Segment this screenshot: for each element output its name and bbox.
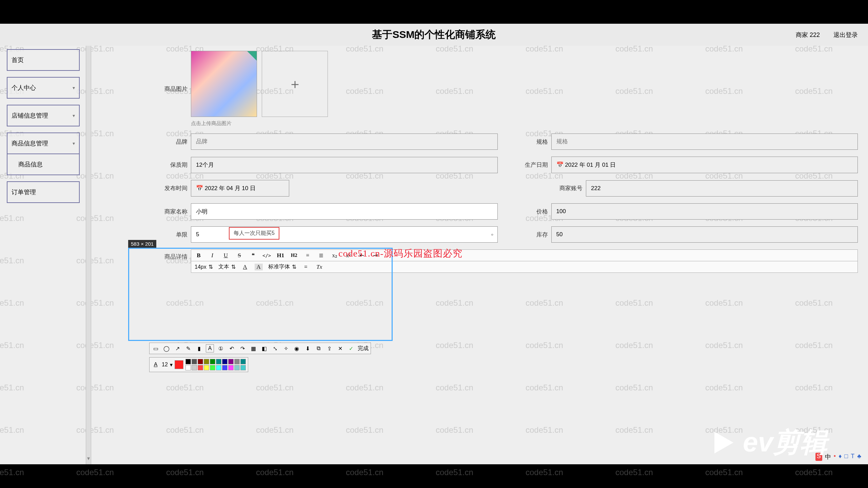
sidebar-item-profile[interactable]: 个人中心▾ (7, 77, 80, 99)
product-thumbnail[interactable] (191, 51, 257, 117)
watermark-text: code51.cn (76, 468, 114, 477)
sidebar: 首页 个人中心▾ 店铺信息管理▾ 商品信息管理▾ 商品信息 订单管理 (0, 46, 86, 464)
anno-text-button[interactable]: A (206, 344, 214, 352)
app-header: 基于SSM的个性化商铺系统 商家 222 退出登录 (0, 24, 868, 46)
color-swatch[interactable] (204, 365, 209, 370)
merchant-name-input[interactable] (191, 203, 498, 220)
color-fontsize-select[interactable]: 12 ▾ (162, 362, 173, 368)
screenshot-selection-box[interactable] (128, 248, 393, 341)
anno-highlight-button[interactable]: ◧ (260, 344, 268, 352)
spec-input[interactable] (551, 134, 858, 150)
anno-record-button[interactable]: ◉ (293, 344, 301, 352)
tray-item[interactable]: □ (844, 453, 848, 461)
stock-label: 库存 (518, 231, 551, 239)
calendar-icon: 📅 (556, 162, 564, 168)
color-swatch[interactable] (185, 359, 191, 364)
prod-date-label: 生产日期 (518, 161, 551, 169)
sidebar-item-product-mgmt[interactable]: 商品信息管理▾ (7, 133, 80, 154)
anno-done-label[interactable]: 完成 (358, 345, 369, 352)
price-input[interactable] (551, 203, 858, 220)
anno-download-button[interactable]: ⬇ (303, 344, 312, 352)
anno-crop-button[interactable]: ⤡ (271, 344, 279, 352)
watermark-text: code51.cn (795, 468, 833, 477)
tray-item[interactable]: • (834, 453, 836, 461)
spec-label: 规格 (518, 138, 551, 146)
anno-pencil-button[interactable]: ✎ (184, 344, 192, 352)
color-swatch[interactable] (228, 359, 234, 364)
anno-pin-button[interactable]: ✧ (282, 344, 290, 352)
anno-close-button[interactable]: ✕ (336, 344, 344, 352)
watermark-text: code51.cn (0, 468, 24, 477)
chevron-down-icon: ▾ (73, 141, 75, 146)
color-swatch[interactable] (222, 365, 228, 370)
price-label: 价格 (518, 208, 551, 216)
sidebar-item-product-info[interactable]: 商品信息 (7, 154, 80, 175)
color-swatch[interactable] (216, 359, 221, 364)
color-swatch[interactable] (222, 359, 228, 364)
chevron-down-icon: ▾ (73, 85, 75, 90)
page-title: 基于SSM的个性化商铺系统 (372, 28, 496, 42)
color-swatch[interactable] (192, 359, 197, 364)
stock-input[interactable] (551, 226, 858, 243)
watermark-text: code51.cn (526, 468, 563, 477)
publish-label: 发布时间 (158, 184, 191, 192)
anno-share-button[interactable]: ⇪ (325, 344, 333, 352)
stepper-icon[interactable]: ⚬ (490, 231, 494, 238)
tray-item[interactable]: T (851, 453, 854, 461)
play-icon (709, 429, 736, 456)
anno-undo-button[interactable]: ↶ (228, 344, 236, 352)
calendar-icon: 📅 (196, 185, 203, 191)
anno-confirm-button[interactable]: ✓ (347, 344, 355, 352)
watermark-text: code51.cn (705, 468, 743, 477)
anno-counter-button[interactable]: ① (217, 344, 225, 352)
annotation-toolbar: ▭ ◯ ↗ ✎ ▮ A ① ↶ ↷ ▦ ◧ ⤡ ✧ ◉ ⬇ ⧉ ⇪ ✕ ✓ 完成 (149, 343, 371, 354)
tray-item[interactable]: ♣ (857, 453, 861, 461)
anno-marker-button[interactable]: ▮ (195, 344, 203, 352)
anno-arrow-button[interactable]: ↗ (173, 344, 181, 352)
merchant-info[interactable]: 商家 222 (796, 31, 820, 39)
color-swatch[interactable] (234, 365, 240, 370)
color-swatch[interactable] (234, 359, 240, 364)
prod-date-input[interactable]: 📅 2022 年 01 月 01 日 (551, 157, 858, 173)
watermark-text: code51.cn (166, 468, 204, 477)
sidebar-item-orders[interactable]: 订单管理 (7, 181, 80, 203)
shelf-life-label: 保质期 (158, 161, 191, 169)
watermark-red: code51.cn-源码乐园盗图必究 (338, 247, 462, 260)
color-selected-swatch[interactable] (175, 360, 183, 369)
anno-redo-button[interactable]: ↷ (238, 344, 246, 352)
limit-tooltip: 每人一次只能买5 (229, 227, 279, 240)
color-toolbar: A 12 ▾ (149, 357, 248, 372)
sidebar-item-shop-info[interactable]: 店铺信息管理▾ (7, 105, 80, 126)
merchant-account-input[interactable] (586, 180, 858, 197)
color-swatch[interactable] (210, 365, 215, 370)
color-swatch[interactable] (240, 359, 246, 364)
anno-rect-button[interactable]: ▭ (152, 344, 160, 352)
color-swatch[interactable] (228, 365, 234, 370)
color-swatch[interactable] (185, 365, 191, 370)
merchant-name-label: 商家名称 (158, 208, 191, 216)
logout-link[interactable]: 退出登录 (833, 31, 858, 39)
brand-input[interactable] (191, 134, 498, 150)
anno-copy-button[interactable]: ⧉ (314, 344, 322, 352)
color-text-icon: A (152, 361, 160, 369)
upload-image-button[interactable]: ＋ (262, 51, 328, 117)
color-swatch[interactable] (192, 365, 197, 370)
sidebar-item-home[interactable]: 首页 (7, 49, 80, 71)
watermark-text: code51.cn (346, 468, 383, 477)
upload-hint: 点击上传商品图片 (191, 120, 328, 127)
color-swatch[interactable] (198, 359, 203, 364)
color-swatch[interactable] (216, 365, 221, 370)
limit-label: 单限 (158, 231, 191, 239)
anno-mosaic-button[interactable]: ▦ (249, 344, 257, 352)
shelf-life-input[interactable] (191, 157, 498, 173)
watermark-text: code51.cn (256, 468, 294, 477)
anno-ellipse-button[interactable]: ◯ (162, 344, 171, 352)
tray-item[interactable]: ♦ (839, 453, 842, 461)
publish-date-input[interactable]: 📅 2022 年 04 月 10 日 (191, 180, 289, 197)
watermark-text: code51.cn (615, 468, 653, 477)
merchant-account-label: 商家账号 (553, 184, 586, 192)
color-swatch[interactable] (204, 359, 209, 364)
color-swatch[interactable] (198, 365, 203, 370)
color-swatch[interactable] (210, 359, 215, 364)
color-swatch[interactable] (240, 365, 246, 370)
